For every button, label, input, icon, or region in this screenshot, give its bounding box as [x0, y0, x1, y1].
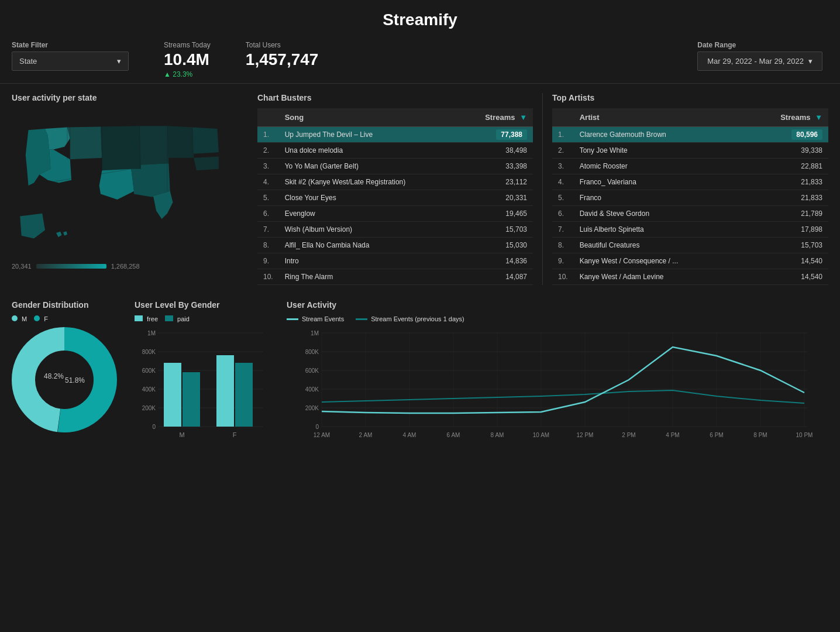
stream-val: 15,703 — [801, 241, 822, 249]
streams-cell: 21,833 — [745, 190, 828, 206]
gender-title: Gender Distribution — [12, 300, 123, 310]
bar-m-paid — [183, 372, 200, 427]
svg-text:400K: 400K — [142, 386, 156, 393]
streams-cell: 19,465 — [460, 206, 533, 222]
svg-text:8 PM: 8 PM — [753, 432, 767, 438]
svg-text:600K: 600K — [142, 367, 156, 374]
total-users-value: 1,457,747 — [246, 50, 319, 69]
svg-text:4 PM: 4 PM — [666, 432, 679, 438]
bar-m-free — [164, 363, 181, 427]
rank-cell: 5. — [552, 190, 574, 206]
stream-val: 15,030 — [505, 241, 527, 249]
table-row: 4. Skit #2 (Kanye West/Late Registration… — [257, 174, 533, 190]
svg-text:4 AM: 4 AM — [403, 432, 416, 438]
rank-cell: 2. — [552, 143, 574, 159]
streams-today-value: 10.4M — [164, 50, 211, 69]
streams-today-change: ▲ 23.3% — [164, 70, 211, 78]
male-dot — [12, 315, 18, 321]
streams-header[interactable]: Streams ▼ — [745, 108, 828, 127]
free-color — [135, 315, 143, 321]
line-legend: Stream Events Stream Events (previous 1 … — [287, 315, 828, 322]
streams-cell: 39,338 — [745, 143, 828, 159]
chevron-down-icon: ▾ — [117, 57, 121, 66]
svg-text:12 PM: 12 PM — [577, 432, 594, 438]
streams-header[interactable]: Streams ▼ — [460, 108, 533, 127]
stream-val: 15,703 — [505, 225, 527, 233]
chart-busters-section: Chart Busters Song Streams ▼ 1. Up Jumpe… — [257, 93, 543, 285]
app-title: Streamify — [0, 0, 840, 36]
svg-text:6 PM: 6 PM — [710, 432, 723, 438]
artist-cell: Tony Joe White — [574, 143, 745, 159]
stream-val: 21,833 — [801, 194, 822, 202]
table-header-row: Song Streams ▼ — [257, 108, 533, 127]
bar-f-free — [216, 355, 234, 427]
stream-events-color — [287, 318, 298, 320]
stream-val: 14,540 — [801, 273, 822, 281]
male-legend: M — [12, 315, 27, 322]
streams-cell: 15,703 — [745, 238, 828, 253]
streams-cell: 33,398 — [460, 159, 533, 174]
stream-badge: 77,388 — [496, 129, 527, 140]
rank-cell: 7. — [257, 222, 279, 238]
table-row: 8. Beautiful Creatures 15,703 — [552, 238, 828, 253]
date-range-value: Mar 29, 2022 - Mar 29, 2022 — [707, 57, 804, 66]
table-row: 3. Atomic Rooster 22,881 — [552, 159, 828, 174]
svg-text:2 PM: 2 PM — [622, 432, 635, 438]
streams-cell: 38,498 — [460, 143, 533, 159]
streams-cell: 22,881 — [745, 159, 828, 174]
artist-header[interactable]: Artist — [574, 108, 745, 127]
chart-busters-table: Song Streams ▼ 1. Up Jumped The Devil – … — [257, 108, 533, 285]
date-range-select[interactable]: Mar 29, 2022 - Mar 29, 2022 ▾ — [697, 51, 822, 71]
chart-busters-title: Chart Busters — [257, 93, 533, 102]
song-cell: Yo Yo Man (Garter Belt) — [279, 159, 460, 174]
stream-events-label: Stream Events — [302, 315, 344, 322]
streams-cell: 14,540 — [745, 269, 828, 285]
svg-text:8 AM: 8 AM — [491, 432, 504, 438]
top-artists-body: 1. Clarence Gatemouth Brown 80,596 2. To… — [552, 127, 828, 285]
svg-text:200K: 200K — [305, 405, 319, 411]
rank-cell: 3. — [552, 159, 574, 174]
rank-cell: 1. — [257, 127, 279, 143]
table-row: 4. Franco_ Valeriana 21,833 — [552, 174, 828, 190]
svg-text:0: 0 — [315, 424, 319, 430]
donut-legend: M F — [12, 315, 123, 322]
stream-val: 19,465 — [505, 209, 527, 218]
artist-cell: Luis Alberto Spinetta — [574, 222, 745, 238]
bar-legend: free paid — [135, 315, 275, 322]
table-row: 7. Wish (Album Version) 15,703 — [257, 222, 533, 238]
female-percent-label: 51.8% — [65, 376, 85, 384]
state-filter-value: State — [19, 57, 37, 66]
table-row: 1. Up Jumped The Devil – Live 77,388 — [257, 127, 533, 143]
free-label: free — [147, 315, 158, 322]
streams-cell: 15,703 — [460, 222, 533, 238]
artist-cell: David & Steve Gordon — [574, 206, 745, 222]
rank-cell: 10. — [257, 269, 279, 285]
svg-text:F: F — [233, 431, 237, 438]
song-cell: Una dolce melodia — [279, 143, 460, 159]
chart-busters-body: 1. Up Jumped The Devil – Live 77,388 2. … — [257, 127, 533, 285]
map-section: User activity per state — [12, 93, 257, 285]
stream-val: 21,833 — [801, 178, 822, 186]
streams-cell: 77,388 — [460, 127, 533, 143]
svg-text:200K: 200K — [142, 405, 156, 411]
streams-cell: 23,112 — [460, 174, 533, 190]
table-row: 6. David & Steve Gordon 21,789 — [552, 206, 828, 222]
donut-chart: 48.2% 51.8% — [12, 327, 117, 432]
table-row: 9. Kanye West / Consequence / ... 14,540 — [552, 253, 828, 269]
state-filter-select[interactable]: State ▾ — [12, 51, 129, 71]
line-chart: 1M 800K 600K 400K 200K 0 12 AM 2 AM 4 AM… — [287, 327, 813, 444]
stream-val: 14,087 — [505, 273, 527, 281]
free-legend: free — [135, 315, 158, 322]
streams-today-label: Streams Today — [164, 41, 211, 49]
rank-cell: 7. — [552, 222, 574, 238]
table-row: 8. Alfil_ Ella No Cambia Nada 15,030 — [257, 238, 533, 253]
artist-cell: Franco — [574, 190, 745, 206]
bar-chart: 1M 800K 600K 400K 200K 0 M F — [135, 327, 275, 444]
artist-cell: Atomic Rooster — [574, 159, 745, 174]
streams-today-block: Streams Today 10.4M ▲ 23.3% — [152, 41, 211, 78]
song-header[interactable]: Song — [279, 108, 460, 127]
stream-val: 14,836 — [505, 257, 527, 265]
user-level-title: User Level By Gender — [135, 300, 275, 310]
rank-header — [257, 108, 279, 127]
svg-text:0: 0 — [152, 424, 156, 430]
